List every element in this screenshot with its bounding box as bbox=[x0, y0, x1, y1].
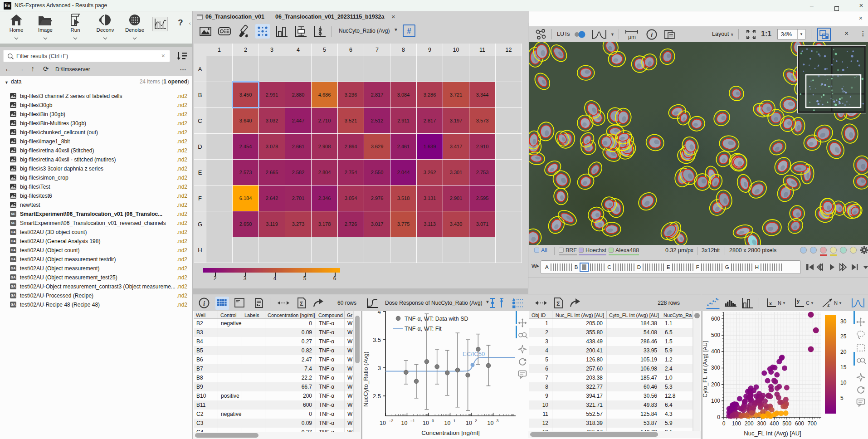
selected-well-marker[interactable] bbox=[580, 263, 589, 272]
obj-table-row[interactable]: 5126.80105.191.2 bbox=[529, 355, 693, 364]
plate-well-H6[interactable] bbox=[338, 237, 364, 263]
obj-table-row[interactable]: 8322.7760.465.3 bbox=[529, 382, 693, 391]
layout-dropdown[interactable]: Layout ∨ bbox=[712, 31, 734, 37]
plate-well-C3[interactable]: 3.032 bbox=[259, 108, 285, 133]
zoom-select[interactable]: 34%▼ bbox=[777, 29, 805, 39]
well-table-row[interactable]: C2negative0TNF-αW bbox=[194, 410, 353, 419]
ribbon-deconv-button[interactable]: Deconv bbox=[93, 13, 118, 41]
plate-well-F3[interactable]: 2.642 bbox=[259, 185, 285, 211]
obj-table-row[interactable]: 11552.57125.844.3 bbox=[529, 410, 693, 419]
summary-view-icon[interactable] bbox=[254, 298, 265, 309]
nav-up-icon[interactable]: ↑ bbox=[31, 65, 34, 73]
plate-well-C8[interactable]: 2.911 bbox=[390, 108, 416, 133]
dose-dropdown-arrow[interactable]: ▼ bbox=[485, 299, 490, 304]
plate-well-A1[interactable] bbox=[206, 56, 232, 82]
plate-well-G8[interactable]: 3.775 bbox=[390, 211, 416, 237]
channel-dot[interactable] bbox=[820, 247, 827, 254]
tree-item[interactable]: GAtest\02AU (Object measurement_test25).… bbox=[0, 273, 190, 282]
obj-col-header[interactable]: Nuc_FL Int (Avg) [AU] bbox=[552, 311, 607, 318]
histogram-dropdown-arrow[interactable]: ▼ bbox=[610, 32, 614, 37]
view-image-icon[interactable] bbox=[198, 24, 213, 39]
plate-view-icon[interactable] bbox=[217, 24, 232, 39]
well-numbers-button[interactable]: # bbox=[403, 24, 415, 37]
plate-well-G1[interactable] bbox=[206, 211, 232, 237]
plate-well-D5[interactable]: 2.908 bbox=[312, 134, 337, 159]
ribbon-image-button[interactable]: Image bbox=[33, 13, 58, 41]
plate-well-F11[interactable]: 2.595 bbox=[469, 185, 495, 211]
obj-export-summary-icon[interactable]: Σ bbox=[553, 297, 564, 309]
pan-icon[interactable] bbox=[518, 318, 527, 327]
tree-item[interactable]: GAtest\02AU (Object measurement testdir)… bbox=[0, 255, 190, 264]
tab-image-view[interactable]: 06_Translocation_v01_20231115_b1932a bbox=[275, 14, 384, 20]
export-icon[interactable] bbox=[312, 298, 324, 308]
well-table-vscrollbar[interactable] bbox=[353, 311, 361, 432]
plate-well-B9[interactable]: 3.286 bbox=[417, 82, 443, 107]
errorbar-se-icon[interactable] bbox=[498, 298, 505, 308]
navigator-minimap[interactable] bbox=[797, 45, 866, 113]
more-options-icon[interactable]: … bbox=[180, 64, 186, 72]
plate-well-G9[interactable]: 3.113 bbox=[417, 211, 443, 237]
scatter-refresh-icon[interactable] bbox=[856, 385, 865, 395]
violin-plot-icon[interactable] bbox=[312, 24, 327, 39]
nav-refresh-icon[interactable]: ⟳ bbox=[43, 65, 49, 73]
plate-well-B4[interactable]: 2.880 bbox=[285, 82, 311, 107]
plate-well-A10[interactable] bbox=[443, 56, 469, 82]
tab-plate-view[interactable]: 06_Translocation_v01 bbox=[205, 14, 264, 20]
well-letter-H[interactable]: H bbox=[755, 264, 759, 270]
well-table-row[interactable]: B10positive200TNF-αW bbox=[194, 391, 353, 400]
plate-well-F12[interactable] bbox=[496, 185, 522, 211]
well-table-hscrollbar[interactable] bbox=[193, 432, 361, 439]
well-col-header[interactable]: Well bbox=[194, 311, 218, 318]
plate-well-E5[interactable]: 2.804 bbox=[312, 160, 337, 185]
annotation-icon[interactable] bbox=[518, 370, 527, 379]
plate-well-F8[interactable]: 3.518 bbox=[390, 185, 416, 211]
plate-well-H9[interactable] bbox=[417, 237, 443, 263]
bar-graph-icon[interactable] bbox=[274, 24, 289, 39]
tree-item[interactable]: big-files\image1_8bit.nd2 bbox=[0, 137, 190, 146]
obj-col-header[interactable]: NucCyto_Ra bbox=[661, 311, 693, 318]
obj-table-row[interactable]: 7203.38185.471.0 bbox=[529, 373, 693, 382]
tree-item[interactable]: GAtest\02AU (General Analysis 198).nd2 bbox=[0, 237, 190, 246]
sort-icon[interactable] bbox=[176, 51, 188, 61]
histogram-tool-icon[interactable] bbox=[152, 17, 168, 31]
tree-item[interactable]: big-files\retina 40xsil - stitched (muti… bbox=[0, 155, 190, 164]
channel-all[interactable]: All bbox=[534, 247, 547, 254]
well-col-header[interactable]: Compound bbox=[316, 311, 345, 318]
tree-item[interactable]: big-files\Bin-Multires (30gb).nd2 bbox=[0, 119, 190, 128]
well-table-row[interactable]: B822.2TNF-αW bbox=[194, 373, 353, 382]
barchart-view-icon[interactable] bbox=[741, 297, 754, 309]
tree-item[interactable]: SESmartExperiment\06_Translocation_v01 (… bbox=[0, 210, 190, 219]
metadata-icon[interactable] bbox=[664, 29, 676, 40]
info-icon[interactable]: i bbox=[198, 297, 211, 310]
plate-well-H3[interactable] bbox=[259, 237, 285, 263]
well-slider[interactable]: ABCDEFGH bbox=[541, 260, 801, 274]
plate-well-G6[interactable]: 2.726 bbox=[338, 211, 364, 237]
well-table-row[interactable]: B62.47TNF-αW bbox=[194, 355, 353, 364]
obj-table-row[interactable]: 13455.17143.633.1 bbox=[529, 428, 693, 431]
obj-export-icon[interactable] bbox=[569, 298, 581, 308]
plate-well-B8[interactable]: 3.084 bbox=[390, 82, 416, 107]
tree-collapse-icon[interactable]: ▼ bbox=[5, 80, 9, 85]
scatter-annotation-icon[interactable] bbox=[856, 398, 865, 407]
plate-well-G2[interactable]: 2.650 bbox=[233, 211, 258, 237]
table-view-icon[interactable] bbox=[215, 297, 229, 310]
plate-well-A5[interactable] bbox=[312, 56, 337, 82]
plate-well-F10[interactable]: 2.901 bbox=[443, 185, 469, 211]
plate-well-H1[interactable] bbox=[206, 237, 232, 263]
object-graph-icon[interactable] bbox=[534, 28, 547, 41]
tab-close-icon[interactable]: × bbox=[391, 13, 395, 20]
plate-well-A9[interactable] bbox=[417, 56, 443, 82]
nav-forward-icon[interactable]: → bbox=[17, 65, 24, 73]
errorbar-sd-icon[interactable] bbox=[489, 298, 496, 308]
plate-well-G12[interactable] bbox=[496, 211, 522, 237]
plate-well-G11[interactable]: 3.071 bbox=[469, 211, 495, 237]
channel-dot[interactable] bbox=[830, 247, 837, 254]
clear-search-icon[interactable]: × bbox=[161, 52, 165, 59]
plate-well-B6[interactable]: 3.236 bbox=[338, 82, 364, 107]
viewer-menu-icon[interactable]: ⋮ bbox=[860, 30, 866, 37]
plate-well-H7[interactable] bbox=[364, 237, 390, 263]
plate-well-H8[interactable] bbox=[390, 237, 416, 263]
histogram-view-icon[interactable] bbox=[724, 298, 738, 309]
plate-well-C1[interactable] bbox=[206, 108, 232, 133]
plate-well-C7[interactable]: 2.512 bbox=[364, 108, 390, 133]
